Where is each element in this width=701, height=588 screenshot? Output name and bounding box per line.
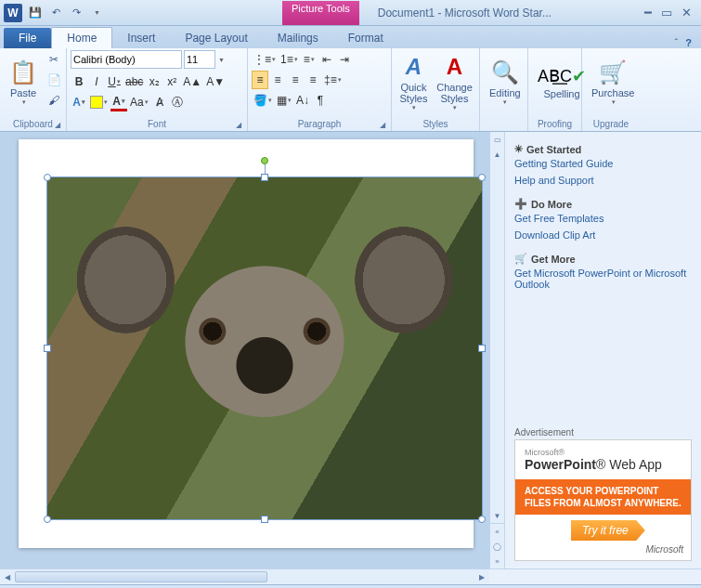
link-help-and-support[interactable]: Help and Support	[514, 175, 692, 186]
minimize-ribbon-icon[interactable]: ˆ	[675, 37, 679, 48]
ad-cta-button[interactable]: Try it free	[571, 520, 645, 541]
font-size-dropdown-icon[interactable]: ▼	[218, 57, 225, 63]
window-title: Document1 - Microsoft Word Star...	[378, 7, 552, 20]
cut-button[interactable]: ✂	[45, 50, 63, 69]
purchase-button[interactable]: 🛒 Purchase▾	[586, 50, 640, 115]
close-button[interactable]: ✕	[682, 6, 692, 20]
document-area[interactable]	[0, 132, 489, 568]
quick-styles-button[interactable]: A Quick Styles▾	[396, 50, 432, 115]
undo-icon[interactable]: ↶	[46, 4, 65, 22]
paragraph-launcher[interactable]: ◢	[380, 121, 385, 129]
superscript-button[interactable]: x²	[163, 72, 180, 91]
align-left-button[interactable]: ≡	[252, 71, 268, 89]
resize-handle-ne[interactable]	[478, 174, 486, 181]
scroll-down-icon[interactable]: ▼	[490, 508, 504, 523]
clear-formatting-button[interactable]: A̷	[151, 93, 168, 111]
align-right-button[interactable]: ≡	[287, 71, 304, 89]
save-icon[interactable]: 💾	[26, 4, 45, 22]
subscript-button[interactable]: x₂	[146, 72, 162, 91]
strikethrough-button[interactable]: abc	[123, 72, 145, 91]
resize-handle-w[interactable]	[44, 345, 51, 352]
split-icon[interactable]: ▭	[490, 132, 504, 147]
format-painter-button[interactable]: 🖌	[45, 91, 63, 110]
get-started-header: ✳Get Started	[514, 143, 692, 155]
ad-title: PowerPoint® Web App	[525, 457, 662, 472]
vertical-scrollbar[interactable]: ▭ ▲ ▼ « ◯ »	[489, 132, 504, 568]
align-center-button[interactable]: ≡	[269, 71, 286, 89]
increase-indent-button[interactable]: ⇥	[336, 50, 353, 69]
prev-page-icon[interactable]: «	[490, 524, 504, 539]
editing-button[interactable]: 🔍 Editing▾	[484, 50, 526, 115]
horizontal-scrollbar[interactable]: ◀ ▶	[0, 568, 489, 584]
enclose-chars-button[interactable]: Ⓐ	[169, 93, 186, 111]
change-case-button[interactable]: Aa▾	[128, 93, 150, 111]
qat-customize-icon[interactable]: ▼	[87, 4, 106, 22]
tab-home[interactable]: Home	[51, 27, 112, 48]
minimize-button[interactable]: ━	[644, 6, 652, 20]
maximize-button[interactable]: ▭	[661, 6, 672, 20]
app-icon: W	[4, 4, 22, 22]
copy-button[interactable]: 📄	[45, 71, 63, 89]
highlight-button[interactable]: ▾	[88, 93, 110, 111]
justify-button[interactable]: ≡	[305, 71, 321, 89]
numbering-button[interactable]: 1≡▾	[279, 50, 300, 69]
font-color-button[interactable]: A▾	[110, 93, 127, 111]
find-icon: 🔍	[491, 59, 519, 85]
next-page-icon[interactable]: »	[490, 554, 504, 568]
underline-button[interactable]: U▾	[106, 72, 123, 91]
redo-icon[interactable]: ↷	[67, 4, 85, 22]
clipboard-launcher[interactable]: ◢	[55, 121, 60, 129]
hscroll-left-icon[interactable]: ◀	[0, 573, 15, 581]
scroll-track[interactable]	[490, 162, 504, 508]
rotate-handle[interactable]	[261, 157, 268, 164]
scroll-up-icon[interactable]: ▲	[490, 147, 504, 162]
ribbon: 📋 Paste ▾ ✂ 📄 🖌 Clipboard◢ ▼ B I U▾	[0, 48, 701, 132]
hscroll-right-icon[interactable]: ▶	[474, 573, 489, 581]
advertisement-label: Advertisement	[514, 427, 692, 438]
link-getting-started-guide[interactable]: Getting Started Guide	[514, 158, 692, 169]
link-download-clip-art[interactable]: Download Clip Art	[514, 229, 692, 241]
get-more-header: 🛒Get More	[514, 253, 692, 265]
quick-access-toolbar: 💾 ↶ ↷ ▼	[26, 4, 106, 22]
paste-button[interactable]: 📋 Paste ▾	[4, 50, 43, 115]
bullets-button[interactable]: ⋮≡▾	[252, 50, 278, 69]
font-family-combo[interactable]	[71, 50, 182, 69]
link-get-powerpoint-outlook[interactable]: Get Microsoft PowerPoint or Microsoft Ou…	[514, 268, 692, 290]
ad-body: ACCESS YOUR POWERPOINT FILES FROM ALMOST…	[515, 479, 691, 515]
decrease-indent-button[interactable]: ⇤	[318, 50, 335, 69]
resize-handle-se[interactable]	[478, 516, 486, 523]
font-size-combo[interactable]	[184, 50, 215, 69]
borders-button[interactable]: ▦▾	[275, 91, 293, 110]
selected-picture[interactable]	[46, 176, 483, 520]
resize-handle-nw[interactable]	[44, 174, 51, 181]
bold-button[interactable]: B	[71, 72, 87, 91]
tab-format[interactable]: Format	[333, 28, 398, 48]
resize-handle-s[interactable]	[261, 516, 268, 523]
link-get-free-templates[interactable]: Get Free Templates	[514, 213, 692, 224]
text-effects-button[interactable]: A▾	[71, 93, 87, 111]
shrink-font-button[interactable]: A▼	[204, 72, 227, 91]
page[interactable]	[19, 139, 474, 548]
context-tab-picture-tools[interactable]: Picture Tools	[282, 1, 359, 25]
change-styles-button[interactable]: A Change Styles▾	[434, 50, 475, 115]
advertisement[interactable]: Microsoft® PowerPoint® Web App ACCESS YO…	[514, 439, 692, 561]
show-marks-button[interactable]: ¶	[312, 91, 329, 110]
tab-mailings[interactable]: Mailings	[263, 28, 333, 48]
font-launcher[interactable]: ◢	[236, 121, 241, 129]
resize-handle-sw[interactable]	[44, 516, 51, 523]
resize-handle-e[interactable]	[478, 345, 486, 352]
help-icon[interactable]: ?	[685, 37, 692, 48]
italic-button[interactable]: I	[88, 72, 105, 91]
ribbon-tabs: File Home Insert Page Layout Mailings Fo…	[0, 26, 701, 48]
tab-page-layout[interactable]: Page Layout	[170, 28, 262, 48]
resize-handle-n[interactable]	[261, 174, 268, 181]
line-spacing-button[interactable]: ‡≡▾	[322, 71, 344, 89]
browse-object-icon[interactable]: ◯	[490, 539, 504, 554]
shading-button[interactable]: 🪣▾	[252, 91, 274, 110]
hscroll-thumb[interactable]	[15, 571, 267, 582]
multilevel-button[interactable]: ≡▾	[301, 50, 318, 69]
sort-button[interactable]: A↓	[294, 91, 311, 110]
file-tab[interactable]: File	[4, 28, 51, 48]
grow-font-button[interactable]: A▲	[181, 72, 203, 91]
tab-insert[interactable]: Insert	[112, 28, 170, 48]
